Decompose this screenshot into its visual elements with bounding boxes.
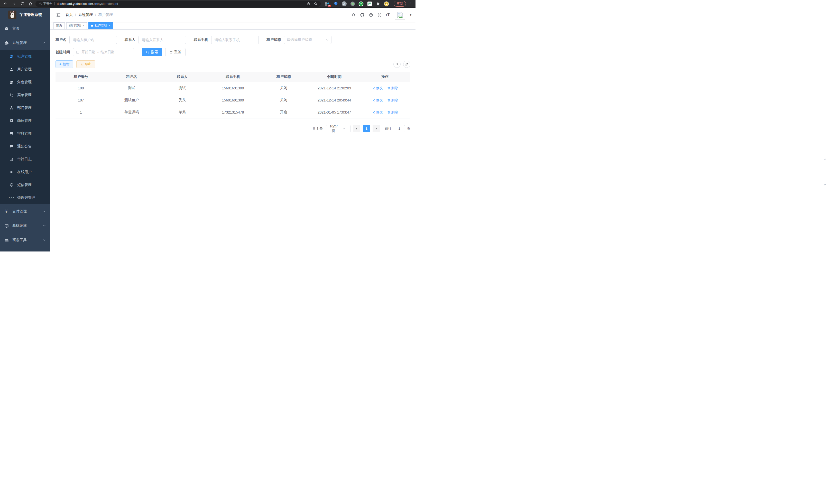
col-tenant-name: 租户名	[106, 72, 157, 82]
extension-command-icon[interactable]: ⌘	[342, 1, 347, 6]
plus-icon: +	[59, 62, 61, 66]
status-select[interactable]: 请选择租户状态	[284, 36, 332, 44]
trash-icon	[387, 87, 390, 90]
browser-reload-icon[interactable]	[19, 1, 25, 7]
extension-record-icon[interactable]	[350, 1, 355, 6]
reset-button[interactable]: 重置	[165, 48, 185, 56]
security-status[interactable]: 不安全	[38, 2, 52, 6]
share-icon[interactable]	[307, 2, 310, 6]
sidebar-item-label: 岗位管理	[17, 118, 32, 123]
browser-back-icon[interactable]	[3, 1, 9, 7]
sidebar-item-dict[interactable]: 字典管理	[0, 127, 50, 140]
extension-badge: 10	[327, 5, 331, 7]
active-dot	[91, 25, 93, 27]
sidebar-logo[interactable]: 芋道管理系统	[0, 8, 50, 21]
phone-input[interactable]	[211, 36, 259, 44]
sidebar-item-dept[interactable]: 部门管理	[0, 101, 50, 114]
extension-balloon-icon[interactable]	[333, 1, 338, 6]
browser-update-button[interactable]: 更新	[394, 1, 406, 7]
delete-button[interactable]: 删除	[387, 86, 398, 90]
address-url[interactable]: dashboard.yudao.iocoder.cn/system/tenant	[57, 2, 118, 6]
date-range-picker[interactable]: 开始日期 - 结束日期	[73, 48, 134, 56]
extension-y-icon[interactable]: Y	[359, 1, 364, 6]
sidebar-item-infra[interactable]: 基础设施	[0, 218, 50, 233]
extension-chat-icon[interactable]	[367, 1, 372, 6]
tag-dept[interactable]: 部门管理 ×	[66, 22, 87, 29]
post-badge-icon	[9, 119, 13, 123]
fullscreen-icon[interactable]	[377, 13, 381, 17]
export-button[interactable]: 导出	[76, 60, 95, 68]
sidebar-item-sms[interactable]: 短信管理	[0, 179, 50, 191]
page-number-1[interactable]: 1	[363, 125, 370, 132]
github-icon[interactable]	[360, 12, 365, 17]
sidebar-item-audit[interactable]: 审计日志	[0, 153, 50, 166]
sidebar-item-devtools[interactable]: 研发工具	[0, 233, 50, 247]
star-icon[interactable]	[314, 2, 318, 6]
search-icon[interactable]	[351, 13, 356, 17]
sidebar-item-system[interactable]: 系统管理	[0, 36, 50, 50]
sidebar-item-errcode[interactable]: </> 错误码管理	[0, 191, 50, 204]
close-icon[interactable]: ×	[109, 24, 110, 27]
edit-button[interactable]: 修改	[372, 86, 382, 90]
sidebar-item-notice[interactable]: 通知公告	[0, 140, 50, 153]
profile-avatar-icon[interactable]	[384, 1, 389, 6]
col-contact: 联系人	[157, 72, 208, 82]
search-button[interactable]: 搜索	[142, 48, 162, 56]
sidebar: 芋道管理系统 首页 系统管理	[0, 8, 50, 251]
tag-home[interactable]: 首页	[53, 22, 65, 29]
edit-button[interactable]: 修改	[372, 98, 382, 102]
tag-tenant[interactable]: 租户管理 ×	[88, 22, 113, 29]
tenant-name-input[interactable]	[69, 36, 117, 44]
close-icon[interactable]: ×	[83, 24, 84, 27]
font-size-icon[interactable]: TT	[386, 12, 390, 17]
sidebar-item-home[interactable]: 首页	[0, 21, 50, 36]
warning-icon	[38, 2, 42, 5]
breadcrumb-system[interactable]: 系统管理	[78, 12, 93, 17]
sidebar-item-payment[interactable]: ¥ 支付管理	[0, 204, 50, 218]
extensions-puzzle-icon[interactable]	[375, 1, 380, 6]
col-actions: 操作	[360, 72, 410, 82]
col-tenant-id: 租户编号	[56, 72, 106, 82]
sidebar-item-label: 在线用户	[17, 170, 32, 174]
browser-home-icon[interactable]	[27, 1, 33, 7]
chevron-down-icon	[43, 224, 46, 228]
page-size-select[interactable]: 10条/页	[326, 125, 350, 132]
sidebar-item-role[interactable]: 角色管理	[0, 76, 50, 89]
refresh-table-button[interactable]	[403, 61, 410, 68]
address-bar[interactable]: 不安全 dashboard.yudao.iocoder.cn/system/te…	[35, 1, 321, 7]
breadcrumb: 首页 / 系统管理 / 租户管理	[65, 12, 113, 17]
contact-input[interactable]	[139, 36, 186, 44]
breadcrumb-home[interactable]: 首页	[65, 12, 73, 17]
sidebar-item-tenant[interactable]: 租户管理	[0, 50, 50, 63]
extension-tiles-icon[interactable]: 10	[325, 1, 330, 6]
avatar[interactable]	[395, 10, 405, 20]
sms-shield-icon	[9, 183, 13, 187]
sidebar-item-label: 系统管理	[12, 40, 27, 45]
toggle-search-button[interactable]	[393, 61, 401, 68]
browser-menu-icon[interactable]: ⋮	[409, 2, 412, 6]
edit-button[interactable]: 修改	[372, 110, 382, 115]
browser-forward-icon[interactable]	[11, 1, 17, 7]
add-button[interactable]: + 新增	[56, 60, 73, 68]
table-header-row: 租户编号 租户名 联系人 联系手机 租户状态 创建时间 操作	[56, 72, 410, 82]
help-icon[interactable]	[369, 13, 373, 17]
chevron-up-icon	[43, 41, 46, 45]
sidebar-item-label: 菜单管理	[17, 93, 32, 97]
delete-button[interactable]: 删除	[387, 98, 398, 102]
sidebar-item-post[interactable]: 岗位管理	[0, 114, 50, 127]
table-row: 1 芋道源码 芋艿 17321315478 开启 2021-01-05 17:0…	[56, 106, 410, 118]
table-row: 107 测试租户 秃头 15601691300 关闭 2021-12-14 20…	[56, 94, 410, 106]
delete-button[interactable]: 删除	[387, 110, 398, 115]
next-page-button[interactable]	[373, 125, 380, 132]
sidebar-collapse-icon[interactable]	[56, 12, 61, 18]
goto-page-input[interactable]	[394, 125, 405, 132]
start-date-placeholder: 开始日期	[82, 50, 95, 55]
caret-down-icon[interactable]: ▾	[410, 13, 411, 17]
audit-pen-icon	[9, 157, 13, 161]
prev-page-button[interactable]	[353, 125, 360, 132]
user-icon	[9, 67, 13, 71]
sidebar-item-user[interactable]: 用户管理	[0, 63, 50, 76]
sidebar-item-menu[interactable]: 菜单管理	[0, 89, 50, 101]
sidebar-item-online[interactable]: 在线用户	[0, 166, 50, 179]
sidebar-item-label: 短信管理	[17, 183, 32, 187]
